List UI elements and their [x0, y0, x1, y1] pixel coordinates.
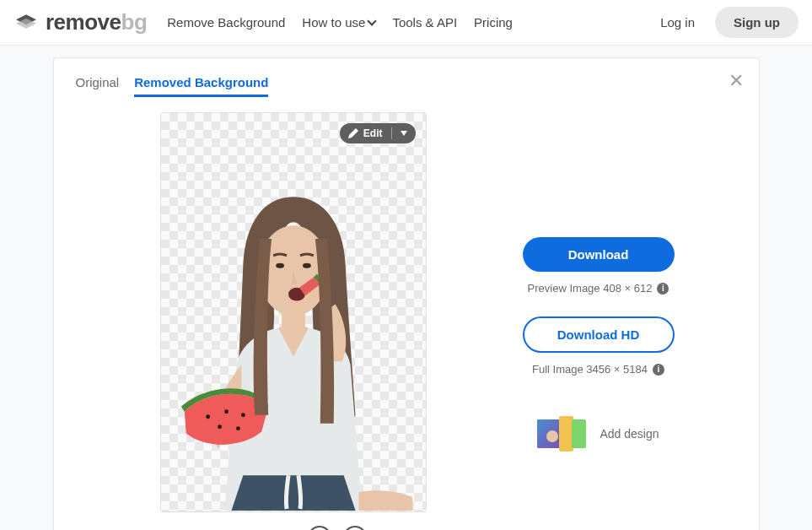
tab-original[interactable]: Original — [76, 75, 120, 97]
signup-button[interactable]: Sign up — [715, 7, 799, 38]
preview-meta-text: Preview Image 408 × 612 — [528, 282, 653, 295]
svg-rect-15 — [572, 419, 586, 448]
nav-tools-api[interactable]: Tools & API — [392, 15, 457, 30]
design-thumbnail — [537, 416, 588, 452]
editor-panel: ✕ Original Removed Background — [53, 57, 760, 530]
logo-icon — [13, 14, 39, 31]
tab-removed-background[interactable]: Removed Background — [134, 75, 268, 97]
nav-right: Log in Sign up — [647, 7, 799, 38]
full-meta-text: Full Image 3456 × 5184 — [532, 363, 648, 376]
download-button[interactable]: Download — [523, 237, 675, 272]
preview-meta: Preview Image 408 × 612 i — [528, 282, 669, 295]
rate-happy-icon[interactable] — [308, 526, 331, 530]
svg-point-10 — [235, 426, 239, 430]
add-design-button[interactable]: Add design — [537, 416, 659, 452]
svg-point-2 — [302, 263, 310, 268]
add-design-label: Add design — [600, 427, 659, 441]
svg-point-13 — [546, 430, 558, 442]
info-icon[interactable]: i — [657, 283, 669, 295]
close-icon[interactable]: ✕ — [729, 70, 744, 92]
chevron-down-icon — [368, 16, 377, 25]
edit-button[interactable]: Edit — [340, 123, 416, 143]
actions-column: Download Preview Image 408 × 612 i Downl… — [460, 112, 737, 530]
logo-text: removebg — [46, 9, 147, 35]
result-image: Edit — [160, 112, 427, 512]
rate-row: Rate this result: — [219, 526, 366, 530]
logo[interactable]: removebg — [13, 9, 147, 35]
brush-icon — [348, 128, 358, 138]
download-hd-button[interactable]: Download HD — [523, 316, 675, 353]
svg-point-9 — [218, 425, 222, 429]
preview-column: Edit Rate this result: — [160, 112, 427, 530]
caret-down-icon — [401, 131, 407, 136]
main-header: removebg Remove Background How to use To… — [0, 0, 812, 46]
info-icon[interactable]: i — [653, 364, 664, 376]
nav-how-to-use[interactable]: How to use — [302, 15, 375, 30]
svg-point-7 — [224, 409, 229, 414]
svg-point-1 — [276, 263, 284, 268]
edit-button-divider — [391, 127, 392, 139]
full-meta: Full Image 3456 × 5184 i — [532, 363, 664, 376]
main-nav: Remove Background How to use Tools & API… — [167, 15, 647, 30]
login-button[interactable]: Log in — [647, 8, 708, 36]
subject-illustration — [161, 113, 426, 511]
nav-remove-background[interactable]: Remove Background — [167, 15, 285, 30]
svg-point-8 — [240, 413, 245, 417]
result-tabs: Original Removed Background — [76, 75, 737, 97]
svg-point-6 — [206, 414, 210, 419]
rate-sad-icon[interactable] — [343, 526, 367, 530]
nav-pricing[interactable]: Pricing — [474, 15, 513, 30]
svg-rect-14 — [559, 416, 573, 452]
edit-button-label: Edit — [363, 127, 383, 139]
content-area: Edit Rate this result: Download Preview … — [76, 112, 737, 530]
nav-how-to-use-label: How to use — [302, 15, 365, 30]
